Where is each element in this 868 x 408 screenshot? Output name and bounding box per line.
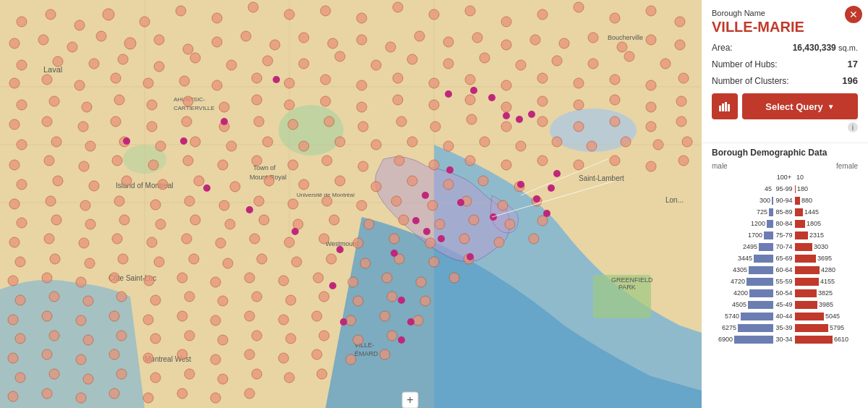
female-value: 3695 — [817, 255, 838, 262]
svg-point-367 — [467, 253, 474, 260]
svg-point-275 — [244, 273, 255, 283]
svg-point-48 — [9, 38, 20, 48]
female-value: 6610 — [834, 336, 854, 343]
svg-point-328 — [278, 353, 289, 363]
svg-point-222 — [17, 218, 27, 228]
svg-point-164 — [480, 137, 490, 147]
female-bar — [795, 220, 805, 228]
svg-point-243 — [182, 234, 192, 244]
svg-point-158 — [263, 137, 273, 147]
svg-point-325 — [177, 349, 187, 360]
svg-point-173 — [79, 161, 89, 171]
svg-point-211 — [184, 196, 195, 206]
svg-point-377 — [503, 112, 510, 119]
svg-point-64 — [472, 33, 482, 43]
select-query-button[interactable]: Select Query ▼ — [742, 93, 858, 119]
svg-point-152 — [51, 137, 61, 147]
svg-point-176 — [183, 156, 193, 166]
svg-text:Boucherville: Boucherville — [608, 34, 643, 41]
svg-point-185 — [501, 160, 511, 170]
svg-rect-387 — [719, 106, 721, 111]
svg-text:Saint-Lambert: Saint-Lambert — [579, 174, 624, 182]
svg-point-318 — [353, 335, 363, 345]
female-label: female — [836, 162, 858, 170]
svg-point-366 — [490, 213, 497, 221]
svg-point-94 — [111, 73, 121, 83]
male-bar — [759, 243, 773, 251]
svg-point-252 — [494, 237, 504, 247]
svg-point-351 — [221, 118, 228, 125]
male-value: 5740 — [719, 313, 739, 320]
svg-point-52 — [124, 38, 136, 49]
svg-point-260 — [223, 258, 233, 268]
svg-point-60 — [357, 35, 367, 45]
info-icon[interactable]: i — [848, 122, 858, 132]
action-row: Select Query ▼ — [712, 93, 858, 119]
svg-point-82 — [371, 60, 381, 70]
svg-text:Lon...: Lon... — [665, 196, 684, 204]
chart-button[interactable] — [712, 93, 738, 119]
female-value: 180 — [797, 185, 817, 192]
female-value: 3825 — [818, 289, 838, 297]
svg-point-247 — [319, 234, 329, 244]
svg-point-40 — [429, 9, 439, 20]
svg-point-100 — [320, 75, 331, 85]
svg-point-245 — [250, 234, 260, 244]
svg-point-162 — [407, 137, 417, 147]
svg-point-193 — [89, 181, 99, 191]
area-value: 16,430,339 sq.m. — [793, 43, 858, 53]
svg-point-288 — [218, 296, 228, 306]
svg-point-216 — [357, 200, 367, 211]
svg-point-213 — [254, 196, 264, 206]
pyramid-row: 3445 65-69 3695 — [712, 253, 858, 263]
svg-point-321 — [42, 349, 52, 360]
svg-point-268 — [8, 276, 18, 286]
pyramid-row: 5740 40-44 5045 — [712, 311, 858, 321]
svg-point-155 — [156, 141, 166, 151]
svg-point-106 — [537, 73, 548, 83]
svg-point-108 — [610, 75, 620, 85]
svg-point-295 — [8, 315, 18, 325]
svg-point-358 — [329, 282, 336, 289]
svg-point-331 — [380, 349, 390, 360]
svg-point-201 — [371, 182, 381, 192]
svg-point-238 — [9, 237, 20, 247]
hubs-row: Number of Hubs: 17 — [712, 59, 858, 69]
close-button[interactable]: ✕ — [845, 6, 862, 23]
svg-point-84 — [443, 59, 454, 69]
svg-point-44 — [574, 2, 584, 12]
svg-point-279 — [382, 273, 392, 283]
svg-point-29 — [46, 9, 56, 20]
svg-point-113 — [82, 102, 92, 112]
svg-point-150 — [676, 116, 686, 127]
svg-point-270 — [76, 277, 86, 287]
svg-point-349 — [244, 388, 255, 399]
age-label: 50-54 — [773, 289, 795, 297]
svg-point-204 — [478, 176, 488, 186]
svg-point-208 — [80, 200, 90, 211]
demographic-title: Borough Demographic Data — [712, 148, 858, 158]
map-container[interactable]: Laval Island of Montreal Town of Mount-R… — [0, 0, 702, 408]
svg-point-227 — [190, 215, 200, 225]
svg-point-276 — [278, 276, 289, 286]
svg-point-157 — [226, 141, 237, 151]
svg-point-125 — [501, 102, 511, 112]
svg-point-138 — [254, 116, 264, 127]
svg-point-361 — [398, 297, 405, 304]
svg-point-334 — [83, 374, 93, 384]
svg-point-197 — [230, 182, 240, 192]
clusters-row: Number of Clusters: 196 — [712, 75, 858, 86]
svg-point-200 — [335, 176, 345, 186]
svg-point-95 — [143, 78, 153, 88]
male-bar — [748, 301, 773, 309]
svg-point-274 — [210, 277, 221, 287]
svg-point-346 — [143, 393, 153, 403]
svg-point-79 — [263, 56, 273, 66]
svg-point-237 — [537, 216, 548, 226]
svg-point-218 — [427, 200, 438, 211]
svg-point-352 — [180, 137, 187, 145]
svg-point-184 — [465, 156, 475, 166]
svg-point-83 — [407, 54, 417, 64]
svg-point-31 — [103, 9, 114, 20]
age-label: 90-94 — [773, 197, 795, 204]
